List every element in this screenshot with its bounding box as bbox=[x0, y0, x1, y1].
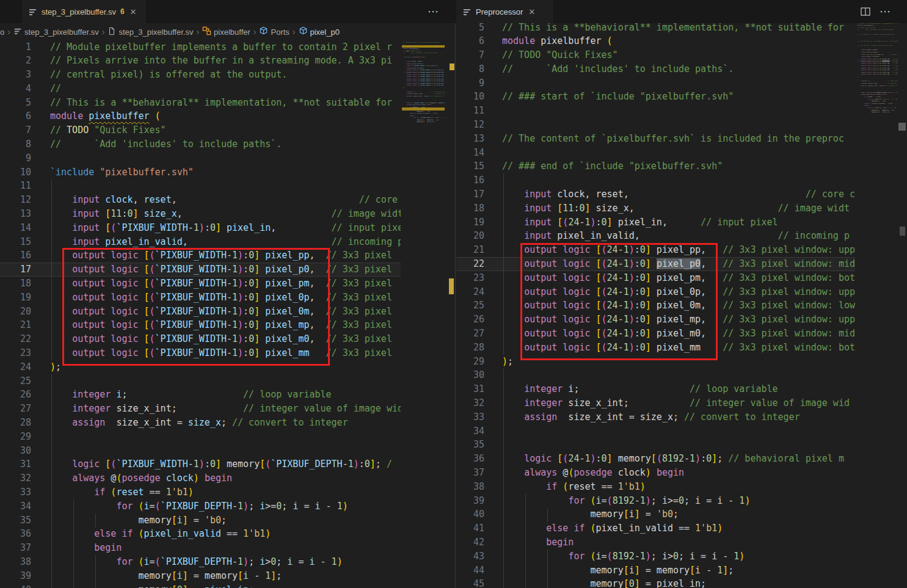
code-line[interactable]: 29); bbox=[456, 355, 855, 369]
code-line[interactable]: 18 input [11:0] size_x, // image widt bbox=[456, 201, 855, 216]
code-line[interactable]: 30 bbox=[0, 444, 401, 458]
code-line[interactable]: 28 output logic [(24-1):0] pixel_mm // 3… bbox=[456, 341, 855, 355]
code-line[interactable]: 3// central pixel) is offered at the out… bbox=[0, 68, 401, 82]
code-line[interactable]: 36 else if (pixel_in_valid == 1'b1) bbox=[0, 527, 401, 541]
right-editor-code[interactable]: // This is a **behavioral** implementati… bbox=[858, 22, 898, 114]
code-line[interactable]: 26 output logic [(24-1):0] pixel_mp, // … bbox=[456, 313, 855, 327]
code-line[interactable]: 16 output logic [(`PIXBUF_WIDTH-1):0] pi… bbox=[0, 249, 401, 263]
code-line[interactable]: 32 always @(posedge clock) begin bbox=[0, 471, 401, 485]
code-line[interactable]: 24 output logic [(24-1):0] pixel_0p, // … bbox=[456, 285, 855, 299]
code-line[interactable]: 1// Module pixelbuffer implements a buff… bbox=[0, 40, 401, 54]
code-line[interactable]: 21 output logic [(24-1):0] pixel_pp, // … bbox=[456, 243, 855, 257]
code-line[interactable]: 41 else if (pixel_in_valid == 1'b1) bbox=[456, 521, 855, 535]
tab-preprocessor[interactable]: Preprocessor ✕ bbox=[456, 0, 553, 23]
left-minimap[interactable]: // Module pixelbuffer implements a buffe… bbox=[402, 37, 445, 293]
code-line[interactable]: 35 memory[i] = 'b0; bbox=[0, 514, 401, 528]
code-line[interactable]: 38 for (i=(`PIXBUF_DEPTH-1); i>0; i = i … bbox=[0, 555, 401, 569]
code-line[interactable]: 6module pixelbuffer ( bbox=[456, 34, 855, 48]
breadcrumb-item-module[interactable]: pixelbuffer bbox=[202, 26, 250, 37]
code-line[interactable]: 25 output logic [(24-1):0] pixel_0m, // … bbox=[456, 299, 855, 313]
code-line[interactable]: 32 integer size_x_int; // integer value … bbox=[456, 396, 855, 410]
close-icon[interactable]: ✕ bbox=[528, 7, 535, 16]
code-line[interactable]: 13 input [11:0] size_x, // image widt bbox=[0, 207, 401, 221]
code-line[interactable]: 19 input [(24-1):0] pixel_in, // input p… bbox=[456, 216, 855, 230]
code-line[interactable]: 22 output logic [(24-1):0] pixel_p0, // … bbox=[456, 257, 855, 271]
split-editor-icon[interactable] bbox=[860, 6, 871, 17]
code-line[interactable]: 31 integer i; // loop variable bbox=[456, 382, 855, 396]
code-line[interactable]: 7// TODO "Quick Fixes" bbox=[0, 123, 401, 137]
code-line[interactable]: 8// `Add 'includes' to include paths`. bbox=[456, 62, 855, 76]
code-line[interactable]: 2// Pixels arrive into the buffer in a s… bbox=[0, 54, 401, 68]
editor-group-sash[interactable] bbox=[455, 0, 456, 588]
code-line[interactable]: 37 begin bbox=[0, 541, 401, 555]
code-line[interactable]: 35 bbox=[456, 438, 855, 452]
code-line[interactable]: 8// `Add 'includes' to include paths`. bbox=[0, 137, 401, 151]
code-line[interactable]: 22 output logic [(`PIXBUF_WIDTH-1):0] pi… bbox=[0, 332, 401, 346]
code-line[interactable]: 17 output logic [(`PIXBUF_WIDTH-1):0] pi… bbox=[0, 263, 401, 277]
code-line[interactable]: 43 for (i=(8192-1); i>0; i = i - 1) bbox=[456, 550, 855, 564]
code-line[interactable]: 42 begin bbox=[456, 535, 855, 550]
code-line[interactable]: 12 bbox=[456, 118, 855, 132]
code-line[interactable]: 23 output logic [(`PIXBUF_WIDTH-1):0] pi… bbox=[0, 346, 401, 360]
code-line[interactable]: 40 memory[0] = pixel_in; bbox=[0, 583, 401, 588]
breadcrumb-item-file[interactable]: step_3_pixelbuffer.sv bbox=[13, 27, 99, 37]
left-editor-code[interactable]: 1// Module pixelbuffer implements a buff… bbox=[0, 40, 401, 588]
code-line[interactable]: 25 bbox=[0, 374, 401, 388]
code-line[interactable]: 10// ### start of `include "pixelbuffer.… bbox=[456, 90, 855, 104]
code-line[interactable]: 9 bbox=[456, 76, 855, 90]
tab-step3-pixelbuffer[interactable]: step_3_pixelbuffer.sv 6 ✕ bbox=[22, 0, 145, 23]
more-actions-icon[interactable]: ⋯ bbox=[428, 6, 439, 17]
code-line[interactable]: 11 bbox=[456, 104, 855, 118]
code-line[interactable]: 5// This is a **behavioral** implementat… bbox=[0, 96, 401, 110]
code-line[interactable]: 19 output logic [(`PIXBUF_WIDTH-1):0] pi… bbox=[0, 291, 401, 305]
code-line[interactable]: 34 bbox=[456, 424, 855, 438]
code-line[interactable]: 44 memory[i] = memory[i - 1]; bbox=[456, 564, 855, 578]
code-line[interactable]: 33 if (reset == 1'b1) bbox=[0, 485, 401, 499]
code-line[interactable]: 14 bbox=[456, 146, 855, 160]
code-line[interactable]: 4// bbox=[0, 82, 401, 96]
code-line[interactable]: 39 for (i=(8192-1); i>=0; i = i - 1) bbox=[456, 494, 855, 508]
code-line[interactable]: 24); bbox=[0, 360, 401, 374]
code-line[interactable]: 26 integer i; // loop variable bbox=[0, 388, 401, 402]
code-line[interactable]: 7// TODO "Quick Fixes" bbox=[456, 48, 855, 62]
breadcrumb-item-document[interactable]: step_3_pixelbuffer.sv bbox=[107, 27, 193, 37]
code-line[interactable]: 23 output logic [(24-1):0] pixel_pm, // … bbox=[456, 271, 855, 285]
code-line[interactable]: 20 input pixel_in_valid, // incoming p bbox=[456, 229, 855, 243]
code-line[interactable]: 31 logic [(`PIXBUF_WIDTH-1):0] memory[(`… bbox=[0, 457, 401, 471]
code-line[interactable]: 11 bbox=[0, 179, 401, 193]
breadcrumb-item-folder[interactable]: o bbox=[0, 27, 4, 37]
code-line[interactable]: 6module pixelbuffer ( bbox=[0, 109, 401, 123]
code-line[interactable]: 21 output logic [(`PIXBUF_WIDTH-1):0] pi… bbox=[0, 318, 401, 332]
code-line[interactable]: 15// ### end of `include "pixelbuffer.sv… bbox=[456, 159, 855, 173]
code-line[interactable]: 38 if (reset == 1'b1) bbox=[456, 480, 855, 494]
code-line[interactable]: 13// The content of `pixelbuffer.svh` is… bbox=[456, 132, 855, 146]
code-line[interactable]: 30 bbox=[456, 368, 855, 382]
code-line[interactable]: 15 input pixel_in_valid, // incoming p bbox=[0, 235, 401, 249]
code-line[interactable]: 45 memory[0] = pixel_in; bbox=[456, 577, 855, 588]
breadcrumb-item-ports[interactable]: Ports bbox=[259, 26, 289, 37]
right-minimap[interactable]: // This is a **behavioral** implementati… bbox=[856, 22, 898, 278]
code-line[interactable]: 39 memory[i] = memory[i - 1]; bbox=[0, 569, 401, 583]
code-line[interactable]: 18 output logic [(`PIXBUF_WIDTH-1):0] pi… bbox=[0, 277, 401, 291]
code-line[interactable]: 10`include "pixelbuffer.svh" bbox=[0, 165, 401, 180]
more-actions-icon[interactable]: ⋯ bbox=[880, 6, 891, 17]
code-line[interactable]: 12 input clock, reset, // core c bbox=[0, 193, 401, 207]
code-line[interactable]: 33 assign size_x_int = size_x; // conver… bbox=[456, 410, 855, 424]
right-editor-code[interactable]: 5// This is a **behavioral** implementat… bbox=[456, 21, 855, 588]
code-line[interactable]: 9 bbox=[0, 151, 401, 165]
close-icon[interactable]: ✕ bbox=[130, 7, 137, 16]
right-scrollbar-handle[interactable] bbox=[898, 123, 906, 131]
code-line[interactable]: 34 for (i=(`PIXBUF_DEPTH-1); i>=0; i = i… bbox=[0, 499, 401, 514]
code-line[interactable]: 14 input [(`PIXBUF_WIDTH-1):0] pixel_in,… bbox=[0, 221, 401, 235]
code-line[interactable]: 29 bbox=[0, 430, 401, 444]
code-line[interactable]: 40 memory[i] = 'b0; bbox=[456, 507, 855, 521]
code-line[interactable]: 27 output logic [(24-1):0] pixel_m0, // … bbox=[456, 327, 855, 341]
code-line[interactable]: 36 logic [(24-1):0] memory[(8192-1):0]; … bbox=[456, 452, 855, 466]
code-line[interactable]: 17 input clock, reset, // core c bbox=[456, 187, 855, 201]
code-line[interactable]: 16 bbox=[456, 173, 855, 187]
breadcrumb-item-symbol[interactable]: pixel_p0 bbox=[299, 26, 340, 37]
code-line[interactable]: 27 integer size_x_int; // integer value … bbox=[0, 402, 401, 416]
code-line[interactable]: 37 always @(posedge clock) begin bbox=[456, 466, 855, 480]
code-line[interactable]: 28 assign size_x_int = size_x; // conver… bbox=[0, 416, 401, 430]
code-line[interactable]: 20 output logic [(`PIXBUF_WIDTH-1):0] pi… bbox=[0, 305, 401, 319]
